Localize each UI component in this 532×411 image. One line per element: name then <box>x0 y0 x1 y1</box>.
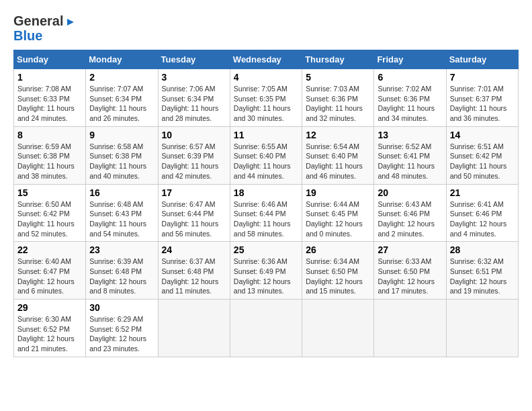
calendar-week-row: 22Sunrise: 6:40 AMSunset: 6:47 PMDayligh… <box>14 242 519 300</box>
day-header-monday: Monday <box>86 50 158 69</box>
day-number: 19 <box>306 187 370 198</box>
calendar-cell: 29Sunrise: 6:30 AMSunset: 6:52 PMDayligh… <box>14 300 86 357</box>
logo-text-block: General Blue <box>13 13 77 43</box>
calendar-cell: 9Sunrise: 6:58 AMSunset: 6:38 PMDaylight… <box>86 126 158 184</box>
day-number: 16 <box>89 187 154 198</box>
day-number: 5 <box>306 72 370 83</box>
day-info: Sunrise: 6:54 AMSunset: 6:40 PMDaylight:… <box>306 142 370 181</box>
day-number: 2 <box>89 72 154 83</box>
calendar-week-row: 8Sunrise: 6:59 AMSunset: 6:38 PMDaylight… <box>14 126 519 184</box>
day-number: 14 <box>450 130 515 140</box>
day-header-friday: Friday <box>374 50 446 69</box>
day-info: Sunrise: 6:40 AMSunset: 6:47 PMDaylight:… <box>17 257 82 296</box>
calendar-cell: 28Sunrise: 6:32 AMSunset: 6:51 PMDayligh… <box>446 242 518 300</box>
day-header-tuesday: Tuesday <box>158 50 230 69</box>
day-number: 17 <box>162 187 226 198</box>
day-info: Sunrise: 6:52 AMSunset: 6:41 PMDaylight:… <box>378 142 442 181</box>
logo-blue: Blue <box>13 28 42 43</box>
day-info: Sunrise: 6:30 AMSunset: 6:52 PMDaylight:… <box>17 314 82 354</box>
header: General Blue <box>13 13 519 43</box>
day-info: Sunrise: 6:43 AMSunset: 6:46 PMDaylight:… <box>378 199 442 239</box>
day-number: 18 <box>234 187 298 198</box>
day-info: Sunrise: 6:34 AMSunset: 6:50 PMDaylight:… <box>306 257 370 296</box>
calendar-cell: 22Sunrise: 6:40 AMSunset: 6:47 PMDayligh… <box>14 242 86 300</box>
calendar-table: SundayMondayTuesdayWednesdayThursdayFrid… <box>13 50 519 357</box>
day-number: 29 <box>17 302 82 313</box>
calendar-cell: 7Sunrise: 7:01 AMSunset: 6:37 PMDaylight… <box>446 69 518 127</box>
day-header-saturday: Saturday <box>446 50 518 69</box>
day-number: 6 <box>378 72 442 83</box>
day-number: 12 <box>306 130 370 140</box>
day-number: 25 <box>234 244 298 255</box>
day-number: 22 <box>17 244 82 255</box>
day-number: 30 <box>89 302 154 313</box>
day-number: 24 <box>162 244 226 255</box>
calendar-cell: 15Sunrise: 6:50 AMSunset: 6:42 PMDayligh… <box>14 184 86 242</box>
calendar-cell: 21Sunrise: 6:41 AMSunset: 6:46 PMDayligh… <box>446 184 518 242</box>
day-number: 9 <box>89 130 154 140</box>
calendar-cell: 26Sunrise: 6:34 AMSunset: 6:50 PMDayligh… <box>302 242 374 300</box>
svg-marker-0 <box>67 19 74 26</box>
day-info: Sunrise: 6:50 AMSunset: 6:42 PMDaylight:… <box>17 199 82 239</box>
day-header-thursday: Thursday <box>302 50 374 69</box>
calendar-cell: 10Sunrise: 6:57 AMSunset: 6:39 PMDayligh… <box>158 126 230 184</box>
day-info: Sunrise: 6:41 AMSunset: 6:46 PMDaylight:… <box>450 199 515 239</box>
day-number: 10 <box>162 130 226 140</box>
calendar-cell: 16Sunrise: 6:48 AMSunset: 6:43 PMDayligh… <box>86 184 158 242</box>
calendar-cell: 14Sunrise: 6:51 AMSunset: 6:42 PMDayligh… <box>446 126 518 184</box>
day-header-wednesday: Wednesday <box>230 50 302 69</box>
day-info: Sunrise: 7:05 AMSunset: 6:35 PMDaylight:… <box>234 84 298 124</box>
day-info: Sunrise: 6:57 AMSunset: 6:39 PMDaylight:… <box>162 142 226 181</box>
day-info: Sunrise: 6:48 AMSunset: 6:43 PMDaylight:… <box>89 199 154 239</box>
calendar-week-row: 15Sunrise: 6:50 AMSunset: 6:42 PMDayligh… <box>14 184 519 242</box>
calendar-cell: 30Sunrise: 6:29 AMSunset: 6:52 PMDayligh… <box>86 300 158 357</box>
day-info: Sunrise: 6:51 AMSunset: 6:42 PMDaylight:… <box>450 142 515 181</box>
day-number: 11 <box>234 130 298 140</box>
day-info: Sunrise: 7:06 AMSunset: 6:34 PMDaylight:… <box>162 84 226 124</box>
day-info: Sunrise: 6:29 AMSunset: 6:52 PMDaylight:… <box>89 314 154 354</box>
day-info: Sunrise: 7:03 AMSunset: 6:36 PMDaylight:… <box>306 84 370 124</box>
day-number: 28 <box>450 244 515 255</box>
calendar-cell: 13Sunrise: 6:52 AMSunset: 6:41 PMDayligh… <box>374 126 446 184</box>
logo: General Blue <box>13 13 77 43</box>
day-header-sunday: Sunday <box>14 50 86 69</box>
logo-container: General Blue <box>13 13 77 43</box>
day-number: 15 <box>17 187 82 198</box>
day-number: 1 <box>17 72 82 83</box>
calendar-cell <box>374 300 446 357</box>
calendar-cell: 12Sunrise: 6:54 AMSunset: 6:40 PMDayligh… <box>302 126 374 184</box>
calendar-cell: 18Sunrise: 6:46 AMSunset: 6:44 PMDayligh… <box>230 184 302 242</box>
calendar-cell: 11Sunrise: 6:55 AMSunset: 6:40 PMDayligh… <box>230 126 302 184</box>
calendar-cell: 25Sunrise: 6:36 AMSunset: 6:49 PMDayligh… <box>230 242 302 300</box>
calendar-week-row: 1Sunrise: 7:08 AMSunset: 6:33 PMDaylight… <box>14 69 519 127</box>
day-info: Sunrise: 6:46 AMSunset: 6:44 PMDaylight:… <box>234 199 298 239</box>
day-info: Sunrise: 6:59 AMSunset: 6:38 PMDaylight:… <box>17 142 82 181</box>
day-number: 27 <box>378 244 442 255</box>
day-number: 20 <box>378 187 442 198</box>
calendar-cell: 2Sunrise: 7:07 AMSunset: 6:34 PMDaylight… <box>86 69 158 127</box>
day-info: Sunrise: 7:01 AMSunset: 6:37 PMDaylight:… <box>450 84 515 124</box>
calendar-cell: 23Sunrise: 6:39 AMSunset: 6:48 PMDayligh… <box>86 242 158 300</box>
day-info: Sunrise: 6:55 AMSunset: 6:40 PMDaylight:… <box>234 142 298 181</box>
day-info: Sunrise: 6:36 AMSunset: 6:49 PMDaylight:… <box>234 257 298 296</box>
calendar-cell: 24Sunrise: 6:37 AMSunset: 6:48 PMDayligh… <box>158 242 230 300</box>
calendar-cell: 8Sunrise: 6:59 AMSunset: 6:38 PMDaylight… <box>14 126 86 184</box>
day-number: 4 <box>234 72 298 83</box>
calendar-cell: 17Sunrise: 6:47 AMSunset: 6:44 PMDayligh… <box>158 184 230 242</box>
calendar-cell <box>446 300 518 357</box>
calendar-cell: 5Sunrise: 7:03 AMSunset: 6:36 PMDaylight… <box>302 69 374 127</box>
logo-arrow-icon <box>64 16 77 28</box>
day-info: Sunrise: 6:37 AMSunset: 6:48 PMDaylight:… <box>162 257 226 296</box>
calendar-week-row: 29Sunrise: 6:30 AMSunset: 6:52 PMDayligh… <box>14 300 519 357</box>
calendar-cell: 1Sunrise: 7:08 AMSunset: 6:33 PMDaylight… <box>14 69 86 127</box>
calendar-cell <box>302 300 374 357</box>
day-number: 21 <box>450 187 515 198</box>
day-info: Sunrise: 7:02 AMSunset: 6:36 PMDaylight:… <box>378 84 442 124</box>
day-number: 8 <box>17 130 82 140</box>
day-number: 13 <box>378 130 442 140</box>
calendar-cell: 27Sunrise: 6:33 AMSunset: 6:50 PMDayligh… <box>374 242 446 300</box>
day-info: Sunrise: 6:33 AMSunset: 6:50 PMDaylight:… <box>378 257 442 296</box>
day-info: Sunrise: 6:44 AMSunset: 6:45 PMDaylight:… <box>306 199 370 239</box>
calendar-cell: 20Sunrise: 6:43 AMSunset: 6:46 PMDayligh… <box>374 184 446 242</box>
day-info: Sunrise: 6:58 AMSunset: 6:38 PMDaylight:… <box>89 142 154 181</box>
